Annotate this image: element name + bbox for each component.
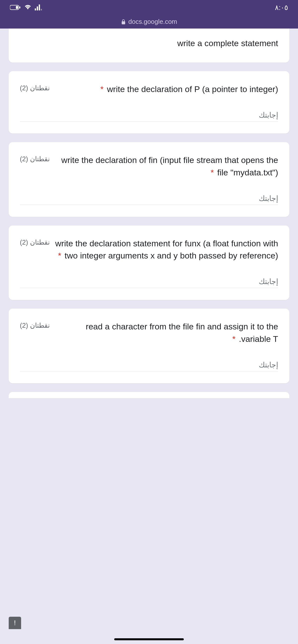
question-card-3: write the declaration statement for funx… xyxy=(9,226,289,300)
svg-rect-2 xyxy=(19,6,20,8)
question-text-content: read a character from the file fin and a… xyxy=(86,322,278,343)
question-text-content: write the declaration of P (a pointer to… xyxy=(107,84,278,94)
question-text: write the declaration of P (a pointer to… xyxy=(55,83,278,95)
svg-rect-5 xyxy=(39,4,40,10)
required-asterisk: * xyxy=(58,251,61,260)
question-points: نقطتان (2) xyxy=(20,154,50,163)
required-asterisk: * xyxy=(100,84,104,94)
question-card-partial: write a complete statement xyxy=(9,28,289,62)
form-content: write a complete statement write the dec… xyxy=(0,28,298,398)
status-icons-left xyxy=(10,4,42,10)
svg-rect-3 xyxy=(35,8,36,10)
answer-input-4[interactable] xyxy=(20,359,278,371)
partial-question-text: write a complete statement xyxy=(20,34,278,50)
question-card-2: write the declaration of fin (input file… xyxy=(9,142,289,217)
question-text-content: write the declaration statement for funx… xyxy=(55,239,278,260)
next-card-peek xyxy=(9,392,289,398)
svg-rect-7 xyxy=(122,21,125,24)
question-points: نقطتان (2) xyxy=(20,83,50,92)
answer-input-1[interactable] xyxy=(20,109,278,122)
lock-icon xyxy=(121,19,126,24)
question-header: read a character from the file fin and a… xyxy=(20,320,278,345)
nav-handle[interactable] xyxy=(114,638,184,640)
signal-icon xyxy=(35,4,42,10)
svg-rect-6 xyxy=(41,9,42,10)
clock-text: ٨:٠٥ xyxy=(275,4,288,12)
question-card-4: read a character from the file fin and a… xyxy=(9,308,289,383)
answer-input-2[interactable] xyxy=(20,192,278,205)
question-points: نقطتان (2) xyxy=(20,320,50,330)
question-header: write the declaration statement for funx… xyxy=(20,238,278,262)
question-header: write the declaration of P (a pointer to… xyxy=(20,83,278,95)
report-icon: ! xyxy=(14,619,16,627)
battery-icon xyxy=(10,5,21,10)
question-text-content: write the declaration of fin (input file… xyxy=(61,155,278,177)
question-text: read a character from the file fin and a… xyxy=(55,320,278,345)
question-card-1: write the declaration of P (a pointer to… xyxy=(9,71,289,134)
wifi-icon xyxy=(24,4,32,10)
question-text: write the declaration statement for funx… xyxy=(55,238,278,262)
question-points: نقطتان (2) xyxy=(20,238,50,246)
url-text: docs.google.com xyxy=(128,18,177,26)
question-text: write the declaration of fin (input file… xyxy=(55,154,278,178)
required-asterisk: * xyxy=(232,334,235,344)
required-asterisk: * xyxy=(211,168,214,177)
answer-input-3[interactable] xyxy=(20,275,278,288)
url-bar[interactable]: docs.google.com xyxy=(0,15,298,28)
svg-rect-4 xyxy=(37,6,38,10)
question-header: write the declaration of fin (input file… xyxy=(20,154,278,178)
report-button[interactable]: ! xyxy=(9,617,21,629)
status-bar: ٨:٠٥ xyxy=(0,0,298,15)
svg-rect-1 xyxy=(16,6,18,9)
status-time: ٨:٠٥ xyxy=(275,4,288,12)
